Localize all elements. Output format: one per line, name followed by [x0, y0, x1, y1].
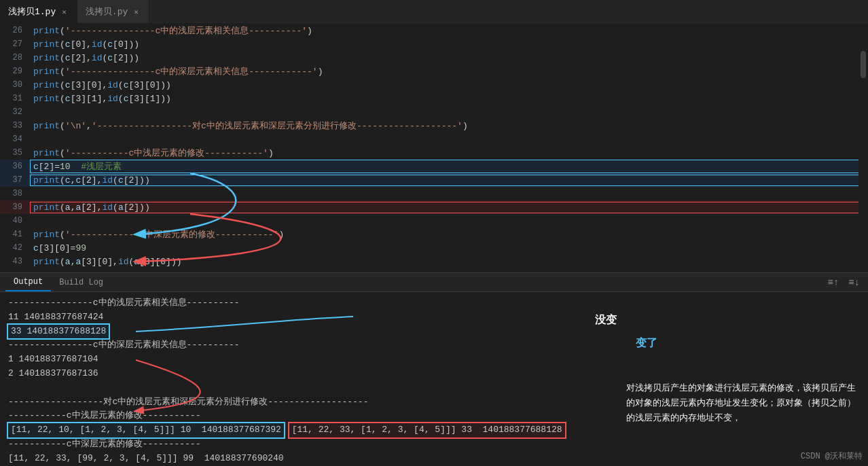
- csdn-watermark: CSDN @沃和莱特: [801, 450, 863, 463]
- code-line-38: 38: [0, 187, 868, 200]
- code-line-37: 37 print(c,c[2],id(c[2])): [0, 173, 868, 187]
- tab-file-1[interactable]: 浅拷贝1.py ✕: [0, 0, 77, 23]
- output-tabs-left: Output Build Log: [5, 273, 111, 291]
- code-line-33: 33 print('\n','------------------对c中的浅层元…: [0, 119, 868, 132]
- output-tab-buildlog[interactable]: Build Log: [51, 273, 111, 291]
- code-line-36: 36 c[2]=10 #浅层元素: [0, 160, 868, 173]
- output-line-6: 2 140188377687136: [8, 367, 860, 381]
- code-line-27: 27 print(c[0],id(c[0])): [0, 37, 868, 51]
- code-line-32: 32: [0, 105, 868, 119]
- code-line-42: 42 c[3][0]=99: [0, 241, 868, 255]
- tab-file-2[interactable]: 浅拷贝.py ✕: [77, 0, 149, 23]
- tab-label-1: 浅拷贝1.py: [8, 5, 56, 18]
- code-lines: 26 print('----------------c中的浅层元素相关信息---…: [0, 24, 868, 268]
- code-line-28: 28 print(c[2],id(c[2])): [0, 51, 868, 65]
- tab-label-2: 浅拷贝.py: [86, 5, 128, 18]
- output-line-4: ----------------c中的深层元素相关信息----------: [8, 338, 860, 353]
- code-line-31: 31 print(c[3][1],id(c[3][1])): [0, 92, 868, 105]
- code-line-40: 40: [0, 214, 868, 228]
- comment-box: 对浅拷贝后产生的对象进行浅层元素的修改，该拷贝后产生的对象的浅层元素内存地址发生…: [626, 380, 857, 425]
- scrollbar-thumb[interactable]: [861, 51, 866, 78]
- annotation-changed: 变了: [636, 334, 657, 352]
- code-editor: 26 print('----------------c中的浅层元素相关信息---…: [0, 24, 868, 272]
- scrollbar-track[interactable]: [858, 24, 868, 272]
- code-line-35: 35 print('-----------c中浅层元素的修改----------…: [0, 146, 868, 160]
- output-line-9: [11, 22, 10, [1, 2, 3, [4, 5]]] 10 14018…: [8, 423, 284, 437]
- output-line-10: [11, 22, 33, [1, 2, 3, [4, 5]]] 33 14018…: [289, 423, 565, 437]
- code-line-41: 41 print('-------------c中深层元素的修改--------…: [0, 228, 868, 241]
- code-line-34: 34: [0, 132, 868, 146]
- output-line-5: 1 140188377687104: [8, 353, 860, 367]
- output-tab-actions: ≡↑ ≡↓: [825, 273, 863, 291]
- output-line-3: 33 140188377688128: [8, 325, 109, 339]
- code-line-39: 39 print(a,a[2],id(a[2])): [0, 200, 868, 214]
- output-scroll-down-btn[interactable]: ≡↓: [846, 276, 863, 289]
- output-content: ----------------c中的浅层元素相关信息---------- 11…: [0, 292, 868, 466]
- output-panel: Output Build Log ≡↑ ≡↓ ----------------c…: [0, 272, 868, 466]
- code-line-43: 43 print(a,a[3][0],id(a[3][0])): [0, 255, 868, 268]
- tab-close-2[interactable]: ✕: [132, 7, 141, 17]
- output-line-1: ----------------c中的浅层元素相关信息----------: [8, 296, 860, 310]
- code-line-29: 29 print('----------------c中的深层元素相关信息---…: [0, 65, 868, 78]
- output-line-2: 11 140188377687424: [8, 310, 860, 325]
- tab-bar: 浅拷贝1.py ✕ 浅拷贝.py ✕: [0, 0, 868, 24]
- tab-close-1[interactable]: ✕: [60, 7, 69, 17]
- output-scroll-up-btn[interactable]: ≡↑: [825, 276, 842, 289]
- code-line-26: 26 print('----------------c中的浅层元素相关信息---…: [0, 24, 868, 37]
- output-line-12: [11, 22, 33, [99, 2, 3, [4, 5]]] 99 1401…: [8, 452, 860, 466]
- output-line-11: -----------c中深层元素的修改-----------: [8, 437, 860, 452]
- output-tab-output[interactable]: Output: [5, 273, 51, 291]
- code-line-30: 30 print(c[3][0],id(c[3][0])): [0, 78, 868, 92]
- annotation-no-change: 没变: [595, 311, 617, 329]
- output-tab-bar: Output Build Log ≡↑ ≡↓: [0, 273, 868, 292]
